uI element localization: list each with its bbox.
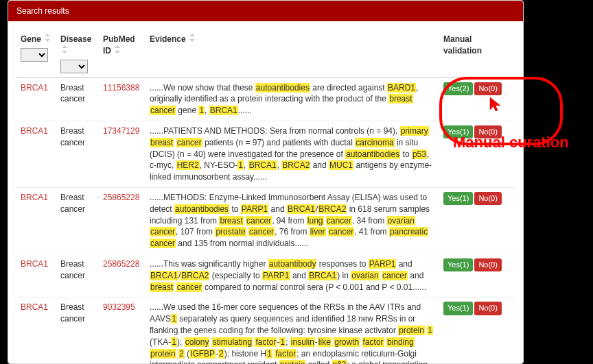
col-header-gene[interactable]: Gene [16, 29, 56, 77]
results-table: Gene Disease PubMed ID [16, 29, 515, 364]
gene-link[interactable]: BRCA1 [21, 126, 48, 136]
pubmed-link[interactable]: 9032395 [103, 302, 135, 312]
panel-title: Search results [8, 1, 523, 21]
gene-link[interactable]: BRCA1 [21, 83, 48, 93]
gene-link[interactable]: BRCA1 [21, 302, 48, 312]
no-button[interactable]: No(0) [474, 192, 502, 205]
evidence-cell: ......We used the 16-mer core sequences … [146, 298, 439, 364]
disease-cell: Breast cancer [56, 77, 99, 121]
disease-cell: Breast cancer [56, 187, 99, 254]
col-header-validation: Manual validation [439, 29, 515, 77]
yes-button[interactable]: Yes(2) [443, 82, 473, 95]
disease-cell: Breast cancer [56, 298, 99, 364]
no-button[interactable]: No(0) [474, 302, 502, 315]
table-row: BRCA1Breast cancer25865228......This was… [16, 254, 515, 297]
evidence-cell: ......PATIENTS AND METHODS: Sera from no… [146, 121, 439, 187]
validation-cell: Yes(1)No(0) [439, 298, 515, 364]
validation-cell: Yes(2)No(0) [439, 77, 515, 121]
pubmed-link[interactable]: 25865228 [103, 193, 139, 202]
col-label: Disease [60, 34, 91, 44]
pubmed-link[interactable]: 25865228 [103, 259, 139, 269]
disease-filter[interactable] [60, 60, 88, 73]
no-button[interactable]: No(0) [474, 258, 502, 271]
gene-link[interactable]: BRCA1 [21, 193, 48, 202]
disease-cell: Breast cancer [56, 121, 99, 187]
yes-button[interactable]: Yes(1) [443, 125, 473, 138]
pubmed-link[interactable]: 11156388 [103, 83, 139, 93]
col-header-evidence[interactable]: Evidence [146, 29, 439, 77]
validation-cell: Yes(1)No(0) [439, 121, 515, 187]
evidence-cell: ......We now show that these autoantibod… [146, 77, 439, 121]
table-row: BRCA1Breast cancer9032395......We used t… [16, 298, 515, 364]
no-button[interactable]: No(0) [474, 125, 502, 138]
col-header-disease[interactable]: Disease [56, 29, 99, 77]
validation-cell: Yes(1)No(0) [439, 254, 515, 297]
sort-icon [62, 45, 67, 53]
no-button[interactable]: No(0) [474, 82, 502, 95]
disease-cell: Breast cancer [56, 254, 99, 297]
col-header-pmid[interactable]: PubMed ID [99, 29, 146, 77]
validation-cell: Yes(1)No(0) [439, 187, 515, 254]
col-label: Gene [21, 34, 41, 44]
sort-icon [189, 34, 195, 42]
col-label: Manual validation [443, 34, 482, 56]
gene-filter[interactable] [21, 48, 48, 62]
yes-button[interactable]: Yes(1) [443, 192, 473, 205]
search-results-panel: Search results Gene Disease [8, 0, 524, 364]
col-label: Evidence [150, 34, 186, 44]
evidence-cell: ......METHODS: Enzyme-Linked Immunosorbe… [146, 187, 439, 254]
sort-icon [45, 34, 50, 42]
table-row: BRCA1Breast cancer25865228......METHODS:… [16, 187, 515, 254]
gene-link[interactable]: BRCA1 [21, 259, 48, 269]
table-row: BRCA1Breast cancer17347129......PATIENTS… [16, 121, 515, 187]
sort-icon [115, 45, 120, 53]
pubmed-link[interactable]: 17347129 [103, 126, 139, 136]
yes-button[interactable]: Yes(1) [443, 258, 473, 271]
evidence-cell: ......This was significantly higher auto… [146, 254, 439, 297]
table-row: BRCA1Breast cancer11156388......We now s… [16, 77, 515, 121]
yes-button[interactable]: Yes(1) [443, 302, 473, 315]
